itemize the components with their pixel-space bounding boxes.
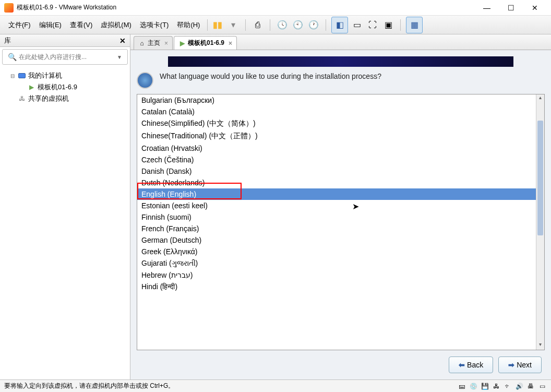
language-option[interactable]: Croatian (Hrvatski) bbox=[137, 142, 536, 154]
language-option[interactable]: Chinese(Traditional) (中文（正體）) bbox=[137, 130, 536, 142]
search-dropdown-icon[interactable]: ▼ bbox=[117, 54, 122, 60]
expander-icon[interactable]: ⊟ bbox=[10, 73, 17, 79]
menu-tabs[interactable]: 选项卡(T) bbox=[136, 18, 173, 32]
language-option[interactable]: English (English) bbox=[137, 188, 536, 200]
toolbar-separator bbox=[326, 19, 326, 31]
back-button[interactable]: ⬅ Back bbox=[449, 357, 493, 373]
tree-shared-vms[interactable]: 🖧 共享的虚拟机 bbox=[2, 93, 128, 104]
language-option[interactable]: Danish (Dansk) bbox=[137, 165, 536, 177]
globe-icon bbox=[137, 72, 153, 89]
thumbnail-icon[interactable]: ▭ bbox=[350, 18, 364, 32]
language-option[interactable]: Bulgarian (Български) bbox=[137, 94, 536, 106]
dropdown-icon[interactable]: ▾ bbox=[226, 18, 240, 32]
scrollbar-thumb[interactable] bbox=[537, 121, 543, 235]
language-option[interactable]: Catalan (Català) bbox=[137, 106, 536, 117]
fullscreen-icon[interactable]: ⛶ bbox=[366, 18, 379, 32]
language-option[interactable]: Czech (Čeština) bbox=[137, 154, 536, 165]
installer-banner bbox=[168, 56, 513, 67]
close-button[interactable]: ✕ bbox=[523, 0, 547, 16]
content-area: ⌂ 主页 × ▶ 模板机01-6.9 × What language would… bbox=[130, 34, 551, 379]
language-option[interactable]: Estonian (eesti keel) bbox=[137, 200, 536, 211]
back-label: Back bbox=[467, 361, 483, 369]
app-icon bbox=[4, 3, 14, 13]
status-text: 要将输入定向到该虚拟机，请在虚拟机内部单击或按 Ctrl+G。 bbox=[4, 382, 174, 390]
toolbar: ▮▮ ▾ ⎙ 🕓 🕙 🕐 ◧ ▭ ⛶ ▣ ▦ bbox=[211, 17, 423, 33]
tab-label: 模板机01-6.9 bbox=[188, 39, 224, 47]
usb-icon[interactable]: ᯤ bbox=[503, 382, 512, 390]
sidebar-header: 库 ✕ bbox=[0, 34, 130, 47]
main-layout: 库 ✕ 🔍 ▼ ⊟ 我的计算机 ▶ 模板机01-6.9 🖧 共享的虚拟机 bbox=[0, 34, 551, 379]
tree-my-computer[interactable]: ⊟ 我的计算机 bbox=[2, 70, 128, 81]
language-option[interactable]: Gujarati (ગુજરાતી) bbox=[137, 257, 536, 269]
tab-close-icon[interactable]: × bbox=[229, 40, 232, 47]
printer-icon[interactable]: 🖶 bbox=[526, 382, 535, 390]
snapshot-manager-icon[interactable]: 🕐 bbox=[307, 18, 320, 32]
library-tree: ⊟ 我的计算机 ▶ 模板机01-6.9 🖧 共享的虚拟机 bbox=[0, 67, 130, 108]
toolbar-separator bbox=[245, 19, 246, 31]
tree-label: 共享的虚拟机 bbox=[28, 94, 69, 103]
tab-close-icon[interactable]: × bbox=[164, 40, 168, 47]
menu-file[interactable]: 文件(F) bbox=[4, 18, 35, 32]
menu-view[interactable]: 查看(V) bbox=[66, 18, 97, 32]
language-option[interactable]: Dutch (Nederlands) bbox=[137, 177, 536, 188]
tab-vm[interactable]: ▶ 模板机01-6.9 × bbox=[174, 36, 237, 50]
titlebar: 模板机01-6.9 - VMware Workstation — ☐ ✕ bbox=[0, 0, 551, 16]
unity-icon[interactable]: ▣ bbox=[381, 18, 395, 32]
tab-strip: ⌂ 主页 × ▶ 模板机01-6.9 × bbox=[130, 34, 551, 50]
installer-prompt-text: What language would you like to use duri… bbox=[160, 72, 381, 80]
home-icon: ⌂ bbox=[138, 40, 146, 47]
toolbar-separator bbox=[400, 19, 401, 31]
tree-label: 模板机01-6.9 bbox=[38, 82, 77, 92]
sidebar: 库 ✕ 🔍 ▼ ⊟ 我的计算机 ▶ 模板机01-6.9 🖧 共享的虚拟机 bbox=[0, 34, 130, 379]
vm-display[interactable]: What language would you like to use duri… bbox=[130, 50, 551, 379]
minimize-button[interactable]: — bbox=[475, 0, 499, 16]
snapshot-revert-icon[interactable]: 🕙 bbox=[291, 18, 305, 32]
language-option[interactable]: German (Deutsch) bbox=[137, 234, 536, 246]
language-listbox[interactable]: Bulgarian (Български)Catalan (Català)Chi… bbox=[137, 94, 545, 350]
language-option[interactable]: Chinese(Simplified) (中文（简体）) bbox=[137, 117, 536, 130]
sidebar-search[interactable]: 🔍 ▼ bbox=[2, 49, 128, 65]
tree-vm-item[interactable]: ▶ 模板机01-6.9 bbox=[2, 81, 128, 93]
language-option[interactable]: Hindi (हिन्दी) bbox=[137, 281, 536, 293]
vm-icon: ▶ bbox=[27, 83, 35, 91]
menubar: 文件(F) 编辑(E) 查看(V) 虚拟机(M) 选项卡(T) 帮助(H) ▮▮… bbox=[0, 16, 551, 34]
search-input[interactable] bbox=[19, 53, 117, 61]
tab-home[interactable]: ⌂ 主页 × bbox=[134, 36, 173, 50]
language-option[interactable]: French (Français) bbox=[137, 223, 536, 234]
menu-vm[interactable]: 虚拟机(M) bbox=[97, 18, 136, 32]
scroll-down-icon[interactable]: ▾ bbox=[536, 341, 544, 350]
pause-icon[interactable]: ▮▮ bbox=[211, 18, 224, 32]
next-label: Next bbox=[517, 361, 532, 369]
scrollbar[interactable]: ▴ ▾ bbox=[536, 94, 544, 350]
hdd-icon[interactable]: 🖴 bbox=[457, 382, 466, 390]
network-icon[interactable]: 🖧 bbox=[492, 382, 501, 390]
send-ctrl-alt-del-icon[interactable]: ⎙ bbox=[251, 18, 265, 32]
cd-icon[interactable]: 💿 bbox=[469, 382, 478, 390]
display-icon[interactable]: ▭ bbox=[537, 382, 547, 390]
nav-buttons: ⬅ Back ➡ Next bbox=[137, 350, 545, 373]
scroll-up-icon[interactable]: ▴ bbox=[536, 94, 544, 103]
menu-edit[interactable]: 编辑(E) bbox=[35, 18, 66, 32]
console-view-icon[interactable]: ▦ bbox=[408, 18, 421, 32]
shared-icon: 🖧 bbox=[18, 94, 26, 103]
language-option[interactable]: Hebrew (עברית) bbox=[137, 269, 536, 281]
sidebar-close-icon[interactable]: ✕ bbox=[119, 37, 126, 45]
snapshot-icon[interactable]: 🕓 bbox=[276, 18, 289, 32]
vm-icon: ▶ bbox=[178, 40, 186, 47]
language-option[interactable]: Greek (Ελληνικά) bbox=[137, 246, 536, 257]
language-option[interactable]: Finnish (suomi) bbox=[137, 211, 536, 223]
statusbar: 要将输入定向到该虚拟机，请在虚拟机内部单击或按 Ctrl+G。 🖴 💿 💾 🖧 … bbox=[0, 379, 551, 392]
status-icons: 🖴 💿 💾 🖧 ᯤ 🔊 🖶 ▭ bbox=[457, 382, 547, 390]
menu-help[interactable]: 帮助(H) bbox=[173, 18, 204, 32]
arrow-right-icon: ➡ bbox=[508, 361, 514, 369]
next-button[interactable]: ➡ Next bbox=[498, 357, 542, 373]
tree-label: 我的计算机 bbox=[28, 71, 62, 80]
menu-separator bbox=[207, 19, 208, 31]
sound-icon[interactable]: 🔊 bbox=[514, 382, 524, 390]
thumbnail-left-icon[interactable]: ◧ bbox=[333, 18, 346, 32]
window-title: 模板机01-6.9 - VMware Workstation bbox=[17, 3, 475, 12]
mouse-cursor-icon: ➤ bbox=[352, 201, 359, 211]
toolbar-separator bbox=[270, 19, 270, 31]
floppy-icon[interactable]: 💾 bbox=[480, 382, 489, 390]
maximize-button[interactable]: ☐ bbox=[499, 0, 523, 16]
